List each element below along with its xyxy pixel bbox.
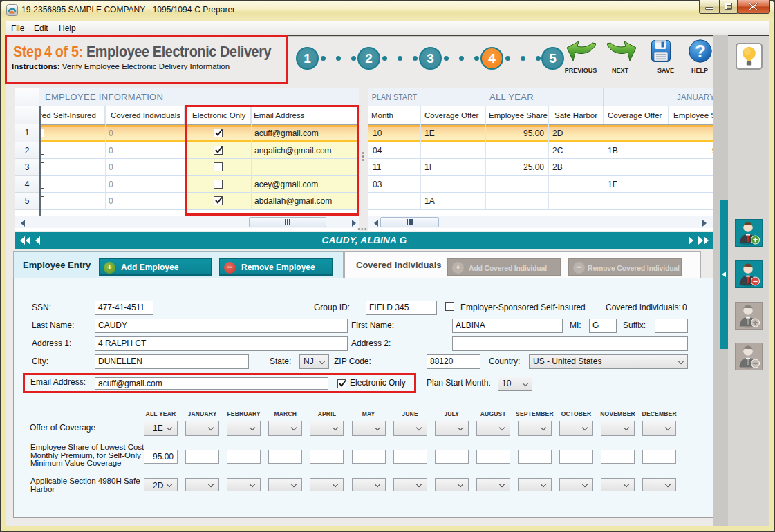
svg-text:?: ? <box>695 41 706 61</box>
